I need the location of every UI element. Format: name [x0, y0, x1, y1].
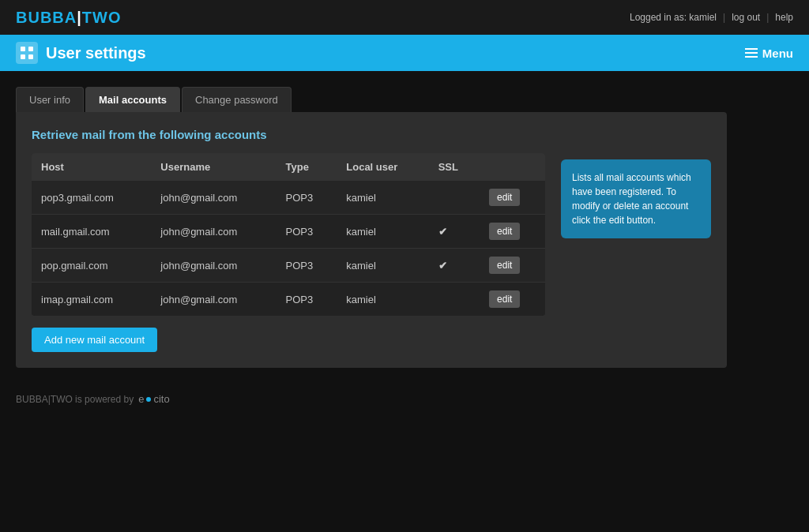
- col-ssl: SSL: [429, 153, 480, 181]
- topbar: BUBBA|TWO Logged in as: kamiel | log out…: [0, 0, 809, 35]
- edit-button[interactable]: edit: [489, 290, 520, 308]
- cell-username: john@gmail.com: [151, 283, 276, 317]
- tab-mail-accounts[interactable]: Mail accounts: [85, 87, 180, 112]
- logo-part2: TWO: [82, 9, 122, 26]
- cell-type: POP3: [277, 215, 337, 249]
- header-bar: User settings Menu: [0, 35, 809, 71]
- svg-rect-2: [21, 54, 25, 59]
- pipe2: |: [766, 12, 769, 23]
- footer: BUBBA|TWO is powered by ecito: [0, 384, 809, 414]
- accounts-table: Host Username Type Local user SSL pop3.g…: [32, 153, 545, 316]
- topbar-right: Logged in as: kamiel | log out | help: [630, 12, 793, 23]
- page-title: User settings: [46, 44, 146, 62]
- excito-dot: [146, 397, 151, 402]
- edit-button[interactable]: edit: [489, 189, 520, 206]
- cell-ssl: ✔: [429, 249, 480, 283]
- cell-host: imap.gmail.com: [32, 283, 151, 317]
- footer-logo: ecito: [138, 393, 169, 405]
- table-row: pop.gmail.comjohn@gmail.comPOP3kamiel✔ed…: [32, 249, 545, 283]
- cell-local-user: kamiel: [337, 215, 428, 249]
- col-host: Host: [32, 153, 151, 181]
- menu-label: Menu: [762, 47, 793, 60]
- logged-in-label: Logged in as: kamiel: [630, 12, 717, 23]
- accounts-tbody: pop3.gmail.comjohn@gmail.comPOP3kamieled…: [32, 181, 545, 316]
- svg-rect-0: [21, 47, 25, 51]
- header-title: User settings: [16, 42, 146, 64]
- help-link[interactable]: help: [775, 12, 793, 23]
- table-row: imap.gmail.comjohn@gmail.comPOP3kamieled…: [32, 283, 545, 317]
- svg-rect-3: [28, 54, 33, 59]
- tab-change-password[interactable]: Change password: [182, 87, 292, 112]
- logo: BUBBA|TWO: [16, 9, 121, 27]
- col-actions: [480, 153, 545, 181]
- svg-rect-1: [28, 47, 33, 51]
- col-localuser: Local user: [337, 153, 428, 181]
- excito-e: e: [138, 393, 144, 405]
- table-header-row: Host Username Type Local user SSL: [32, 153, 545, 181]
- excito-cito: cito: [153, 393, 169, 405]
- logo-separator: |: [77, 9, 82, 26]
- add-mail-account-button[interactable]: Add new mail account: [32, 328, 157, 352]
- cell-type: POP3: [277, 283, 337, 317]
- info-tooltip: Lists all mail accounts which have been …: [561, 159, 711, 238]
- footer-powered-by: BUBBA|TWO is powered by: [16, 394, 134, 405]
- logout-link[interactable]: log out: [732, 12, 760, 23]
- content-panel: Retrieve mail from the following account…: [16, 112, 727, 368]
- main-content: User info Mail accounts Change password …: [0, 71, 743, 384]
- col-type: Type: [277, 153, 337, 181]
- edit-button[interactable]: edit: [489, 223, 520, 240]
- edit-button[interactable]: edit: [489, 257, 520, 274]
- section-title: Retrieve mail from the following account…: [32, 128, 545, 141]
- table-section: Retrieve mail from the following account…: [32, 128, 545, 352]
- cell-local-user: kamiel: [337, 283, 428, 317]
- settings-icon: [16, 42, 38, 64]
- logo-part1: BUBBA: [16, 9, 77, 26]
- cell-local-user: kamiel: [337, 249, 428, 283]
- tab-user-info[interactable]: User info: [16, 87, 84, 112]
- cell-type: POP3: [277, 249, 337, 283]
- cell-edit: edit: [480, 215, 545, 249]
- cell-username: john@gmail.com: [151, 215, 276, 249]
- cell-ssl: ✔: [429, 215, 480, 249]
- menu-button[interactable]: Menu: [745, 47, 793, 60]
- cell-local-user: kamiel: [337, 181, 428, 215]
- cell-edit: edit: [480, 181, 545, 215]
- cell-type: POP3: [277, 181, 337, 215]
- col-username: Username: [151, 153, 276, 181]
- cell-host: pop3.gmail.com: [32, 181, 151, 215]
- cell-edit: edit: [480, 249, 545, 283]
- menu-icon: [745, 48, 758, 58]
- cell-ssl: [429, 283, 480, 317]
- cell-username: john@gmail.com: [151, 181, 276, 215]
- tabs: User info Mail accounts Change password: [16, 87, 727, 112]
- cell-ssl: [429, 181, 480, 215]
- table-row: mail.gmail.comjohn@gmail.comPOP3kamiel✔e…: [32, 215, 545, 249]
- cell-edit: edit: [480, 283, 545, 317]
- cell-host: mail.gmail.com: [32, 215, 151, 249]
- cell-username: john@gmail.com: [151, 249, 276, 283]
- cell-host: pop.gmail.com: [32, 249, 151, 283]
- pipe1: |: [723, 12, 725, 23]
- table-row: pop3.gmail.comjohn@gmail.comPOP3kamieled…: [32, 181, 545, 215]
